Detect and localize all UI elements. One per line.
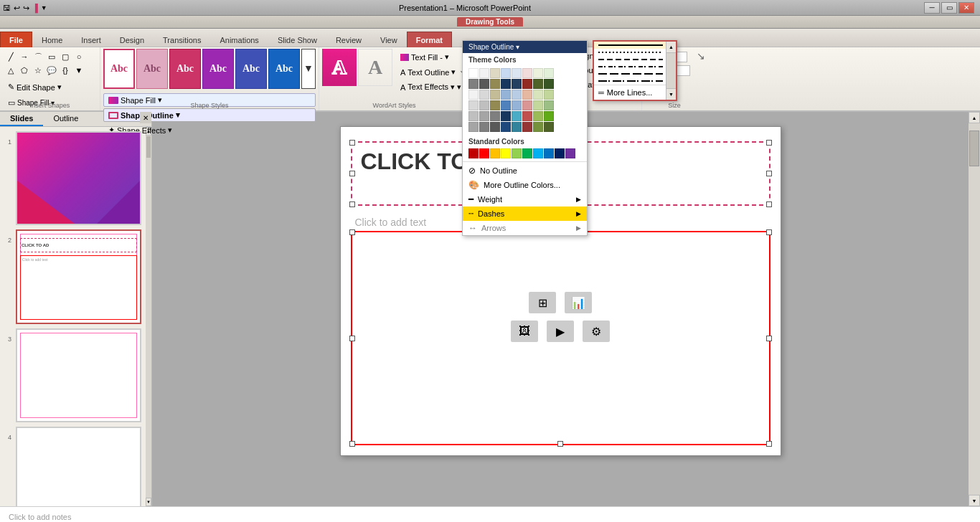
color-r4-3[interactable] xyxy=(490,100,500,110)
more-lines-item[interactable]: ═ More Lines... xyxy=(594,85,676,100)
color-r4-8[interactable] xyxy=(544,100,554,110)
dash-dash-dot[interactable] xyxy=(594,63,676,70)
std-color-lightgreen[interactable] xyxy=(512,148,522,158)
color-r4-2[interactable] xyxy=(479,100,489,110)
color-r3-2[interactable] xyxy=(479,90,489,100)
connector-btn[interactable]: ⌒ xyxy=(32,50,44,63)
outline-tab[interactable]: Outline xyxy=(43,112,88,126)
line-shape-btn[interactable]: ╱ xyxy=(4,50,17,63)
shape-outline-btn[interactable]: Shape Outline ▾ xyxy=(103,108,316,122)
add-text-hint[interactable]: Click to add text xyxy=(355,217,427,228)
tab-transitions[interactable]: Transitions xyxy=(154,32,210,47)
tab-review[interactable]: Review xyxy=(326,32,371,47)
color-r6-5[interactable] xyxy=(512,122,522,132)
edit-shape-btn[interactable]: ✎ Edit Shape ▾ xyxy=(3,80,67,94)
tab-view[interactable]: View xyxy=(371,32,407,47)
notes-area[interactable]: Click to add notes xyxy=(0,506,980,522)
handle-body-bl[interactable] xyxy=(349,441,355,447)
tab-animations[interactable]: Animations xyxy=(210,32,268,47)
color-darkblue2[interactable] xyxy=(512,79,522,89)
triangle-btn[interactable]: △ xyxy=(4,64,17,77)
more-outline-colors-item[interactable]: 🎨 More Outline Colors... xyxy=(463,178,587,192)
handle-mr[interactable] xyxy=(766,171,772,176)
color-r6-1[interactable] xyxy=(468,122,479,132)
chart-icon[interactable]: 📊 xyxy=(565,292,592,313)
star-btn[interactable]: ☆ xyxy=(32,64,44,77)
std-color-orange[interactable] xyxy=(490,148,500,158)
color-r6-3[interactable] xyxy=(490,122,500,132)
brace-btn[interactable]: {} xyxy=(59,64,72,77)
image-icon[interactable]: 🖼 xyxy=(511,321,538,342)
color-r6-6[interactable] xyxy=(522,122,532,132)
dash-solid[interactable] xyxy=(594,42,676,49)
canvas-scroll-up[interactable]: ▲ xyxy=(969,112,980,123)
std-color-darkred[interactable] xyxy=(468,148,479,158)
handle-tl[interactable] xyxy=(349,140,355,146)
color-r6-7[interactable] xyxy=(533,122,543,132)
text-fill-btn[interactable]: Text Fill - ▾ xyxy=(395,50,466,64)
shape-style-6[interactable]: Abc xyxy=(268,49,300,89)
shape-style-7[interactable]: ▼ xyxy=(301,49,316,89)
color-r4-7[interactable] xyxy=(533,100,543,110)
handle-body-mr[interactable] xyxy=(766,336,772,341)
color-r5-5[interactable] xyxy=(512,111,522,121)
minimize-button[interactable]: ─ xyxy=(924,2,940,14)
color-r3-6[interactable] xyxy=(522,90,532,100)
slide-4-thumbnail[interactable] xyxy=(16,427,141,506)
color-r5-6[interactable] xyxy=(522,111,532,121)
color-r3-8[interactable] xyxy=(544,90,554,100)
slides-scroll-thumb[interactable] xyxy=(146,136,151,158)
slide-2-thumbnail[interactable]: CLICK TO AD Click to add text xyxy=(16,229,141,323)
color-verydarkgreen[interactable] xyxy=(544,79,554,89)
color-r3-5[interactable] xyxy=(512,90,522,100)
handle-bl[interactable] xyxy=(349,201,355,207)
arrow-shape-btn[interactable]: → xyxy=(18,50,31,63)
std-color-red[interactable] xyxy=(479,148,489,158)
slide-3-thumbnail[interactable] xyxy=(16,328,141,422)
tab-file[interactable]: File xyxy=(0,32,32,47)
body-textbox[interactable]: ⊞ 📊 🖼 ▶ ⚙ xyxy=(351,231,771,445)
dash-long-dot[interactable] xyxy=(594,77,676,85)
std-color-purple[interactable] xyxy=(565,148,575,158)
wordart-a-btn[interactable]: A xyxy=(322,49,357,86)
color-r6-2[interactable] xyxy=(479,122,489,132)
handle-body-bm[interactable] xyxy=(557,441,563,447)
shape-style-3[interactable]: Abc xyxy=(169,49,201,89)
color-r5-3[interactable] xyxy=(490,111,500,121)
color-lightgray1[interactable] xyxy=(479,68,489,78)
tab-insert[interactable]: Insert xyxy=(72,32,110,47)
color-darkgray[interactable] xyxy=(479,79,489,89)
no-outline-item[interactable]: ⊘ No Outline xyxy=(463,163,587,178)
color-r5-4[interactable] xyxy=(501,111,511,121)
rounded-rect-btn[interactable]: ▢ xyxy=(59,50,72,63)
std-color-blue[interactable] xyxy=(544,148,554,158)
color-lightgreen[interactable] xyxy=(533,68,543,78)
arrows-item[interactable]: ↔ Arrows ▶ xyxy=(463,221,587,235)
color-r4-5[interactable] xyxy=(512,100,522,110)
handle-br[interactable] xyxy=(766,201,772,207)
window-controls[interactable]: ─ ▭ ✕ xyxy=(924,2,974,14)
color-r3-1[interactable] xyxy=(468,90,479,100)
pentagon-btn[interactable]: ⬠ xyxy=(18,64,31,77)
handle-body-br[interactable] xyxy=(766,441,772,447)
text-effects-btn[interactable]: A Text Effects ▾ ▾ xyxy=(395,80,466,94)
quick-access-toolbar[interactable]: 🖫 ↩ ↪ ▐ ▼ xyxy=(3,0,47,16)
color-r5-2[interactable] xyxy=(479,111,489,121)
std-color-yellow[interactable] xyxy=(501,148,511,158)
restore-button[interactable]: ▭ xyxy=(941,2,957,14)
color-r4-4[interactable] xyxy=(501,100,511,110)
handle-body-ml[interactable] xyxy=(349,336,355,341)
color-r3-4[interactable] xyxy=(501,90,511,100)
table-icon[interactable]: ⊞ xyxy=(529,292,556,313)
color-darktan[interactable] xyxy=(490,79,500,89)
slides-tab[interactable]: Slides xyxy=(0,112,43,126)
text-outline-btn[interactable]: A Text Outline ▾ xyxy=(395,65,466,79)
color-darkblue1[interactable] xyxy=(501,79,511,89)
color-lightblue1[interactable] xyxy=(501,68,511,78)
shape-style-5[interactable]: Abc xyxy=(235,49,267,89)
dashes-item[interactable]: ╌ Dashes ▶ xyxy=(463,207,587,221)
tab-design[interactable]: Design xyxy=(110,32,154,47)
color-r5-8[interactable] xyxy=(544,111,554,121)
color-r3-7[interactable] xyxy=(533,90,543,100)
canvas-scroll-down[interactable]: ▼ xyxy=(969,495,980,506)
